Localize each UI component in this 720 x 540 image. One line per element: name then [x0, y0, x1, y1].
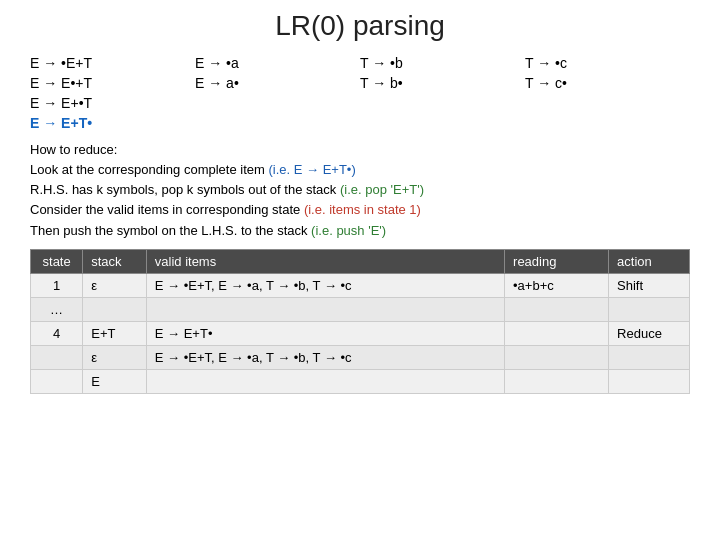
howto-line3-highlight: (i.e. pop 'E+T')	[340, 182, 424, 197]
cell-valid-4	[146, 369, 504, 393]
rule-1: E → •E+T	[30, 54, 195, 72]
cell-state-2: 4	[31, 321, 83, 345]
cell-state-4	[31, 369, 83, 393]
cell-stack-4: E	[83, 369, 147, 393]
cell-stack-0: ε	[83, 273, 147, 297]
howto-line1: How to reduce:	[30, 140, 690, 160]
table-header-row: state stack valid items reading action	[31, 249, 690, 273]
howto-section: How to reduce: Look at the corresponding…	[30, 140, 690, 241]
howto-line5: Then push the symbol on the L.H.S. to th…	[30, 221, 690, 241]
col-header-state: state	[31, 249, 83, 273]
cell-state-1: …	[31, 297, 83, 321]
col-header-reading: reading	[505, 249, 609, 273]
rule-11	[360, 94, 525, 112]
cell-valid-3: E → •E+T, E → •a, T → •b, T → •c	[146, 345, 504, 369]
cell-reading-0: •a+b+c	[505, 273, 609, 297]
col-header-stack: stack	[83, 249, 147, 273]
rule-6: E → a•	[195, 74, 360, 92]
rule-16	[525, 114, 690, 132]
table-row: …	[31, 297, 690, 321]
rule-3: T → •b	[360, 54, 525, 72]
howto-line5-pre: Then push the symbol on the L.H.S. to th…	[30, 223, 311, 238]
rule-4: T → •c	[525, 54, 690, 72]
parsing-table: state stack valid items reading action 1…	[30, 249, 690, 394]
rule-9: E → E+•T	[30, 94, 195, 112]
cell-action-2: Reduce	[609, 321, 690, 345]
col-header-action: action	[609, 249, 690, 273]
howto-line4-highlight: (i.e. items in state 1)	[304, 202, 421, 217]
page-title: LR(0) parsing	[30, 10, 690, 42]
rule-13: E → E+T•	[30, 114, 195, 132]
howto-line2-pre: Look at the corresponding complete item	[30, 162, 268, 177]
table-row: 1 ε E → •E+T, E → •a, T → •b, T → •c •a+…	[31, 273, 690, 297]
rule-8: T → c•	[525, 74, 690, 92]
cell-reading-3	[505, 345, 609, 369]
howto-line2: Look at the corresponding complete item …	[30, 160, 690, 180]
howto-line4-pre: Consider the valid items in correspondin…	[30, 202, 304, 217]
cell-valid-2: E → E+T•	[146, 321, 504, 345]
table-row: E	[31, 369, 690, 393]
cell-stack-2: E+T	[83, 321, 147, 345]
cell-reading-2	[505, 321, 609, 345]
cell-reading-4	[505, 369, 609, 393]
cell-reading-1	[505, 297, 609, 321]
cell-state-3	[31, 345, 83, 369]
cell-action-4	[609, 369, 690, 393]
howto-line3: R.H.S. has k symbols, pop k symbols out …	[30, 180, 690, 200]
rule-12	[525, 94, 690, 112]
howto-line3-pre: R.H.S. has k symbols, pop k symbols out …	[30, 182, 340, 197]
rule-15	[360, 114, 525, 132]
howto-line4: Consider the valid items in correspondin…	[30, 200, 690, 220]
cell-action-1	[609, 297, 690, 321]
howto-line5-highlight: (i.e. push 'E')	[311, 223, 386, 238]
table-row: ε E → •E+T, E → •a, T → •b, T → •c	[31, 345, 690, 369]
cell-valid-0: E → •E+T, E → •a, T → •b, T → •c	[146, 273, 504, 297]
grammar-rules: E → •E+T E → •a T → •b T → •c E → E•+T E…	[30, 54, 690, 132]
table-row: 4 E+T E → E+T• Reduce	[31, 321, 690, 345]
rule-14	[195, 114, 360, 132]
rule-5: E → E•+T	[30, 74, 195, 92]
rule-7: T → b•	[360, 74, 525, 92]
cell-stack-3: ε	[83, 345, 147, 369]
cell-action-3	[609, 345, 690, 369]
col-header-valid: valid items	[146, 249, 504, 273]
cell-action-0: Shift	[609, 273, 690, 297]
cell-valid-1	[146, 297, 504, 321]
rule-10	[195, 94, 360, 112]
rule-2: E → •a	[195, 54, 360, 72]
cell-stack-1	[83, 297, 147, 321]
howto-line2-highlight: (i.e. E → E+T•)	[268, 162, 355, 177]
cell-state-0: 1	[31, 273, 83, 297]
